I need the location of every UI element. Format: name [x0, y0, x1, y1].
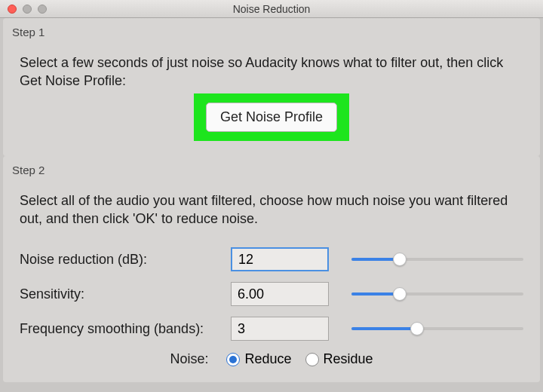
step1-label: Step 1	[3, 18, 540, 43]
sensitivity-row: Sensitivity:	[20, 282, 523, 306]
step1-panel: Select a few seconds of just noise so Au…	[3, 43, 540, 156]
radio-icon	[305, 353, 319, 366]
freq-smoothing-input[interactable]	[231, 317, 329, 341]
noise-radio-label: Noise:	[170, 351, 208, 367]
step1-instruction: Select a few seconds of just noise so Au…	[20, 54, 523, 90]
noise-reduction-slider[interactable]	[351, 252, 523, 267]
noise-reduction-input[interactable]	[231, 247, 329, 271]
freq-smoothing-row: Frequency smoothing (bands):	[20, 317, 523, 341]
close-icon[interactable]	[8, 5, 17, 14]
noise-radio-group: Noise: Reduce Residue	[20, 351, 523, 367]
noise-reduction-label: Noise reduction (dB):	[20, 252, 231, 268]
radio-icon	[226, 353, 240, 366]
radio-residue-label: Residue	[324, 351, 373, 367]
window-title: Noise Reduction	[233, 3, 311, 15]
step2-panel: Select all of the audio you want filtere…	[3, 181, 540, 383]
titlebar: Noise Reduction	[0, 0, 543, 18]
noise-reduction-row: Noise reduction (dB):	[20, 247, 523, 271]
radio-reduce-label: Reduce	[244, 351, 291, 367]
radio-reduce[interactable]: Reduce	[226, 351, 291, 367]
get-noise-profile-button[interactable]: Get Noise Profile	[206, 103, 337, 132]
freq-smoothing-slider[interactable]	[351, 321, 523, 336]
window-controls	[0, 5, 47, 14]
sensitivity-label: Sensitivity:	[20, 286, 231, 302]
step2-instruction: Select all of the audio you want filtere…	[20, 191, 523, 228]
freq-smoothing-label: Frequency smoothing (bands):	[20, 321, 231, 337]
sensitivity-slider[interactable]	[351, 286, 523, 302]
sensitivity-input[interactable]	[231, 282, 329, 306]
highlight-box: Get Noise Profile	[20, 93, 523, 141]
zoom-icon	[38, 5, 47, 14]
step2-label: Step 2	[3, 156, 540, 181]
minimize-icon	[23, 5, 32, 14]
radio-residue[interactable]: Residue	[305, 351, 373, 367]
highlight: Get Noise Profile	[194, 93, 349, 141]
